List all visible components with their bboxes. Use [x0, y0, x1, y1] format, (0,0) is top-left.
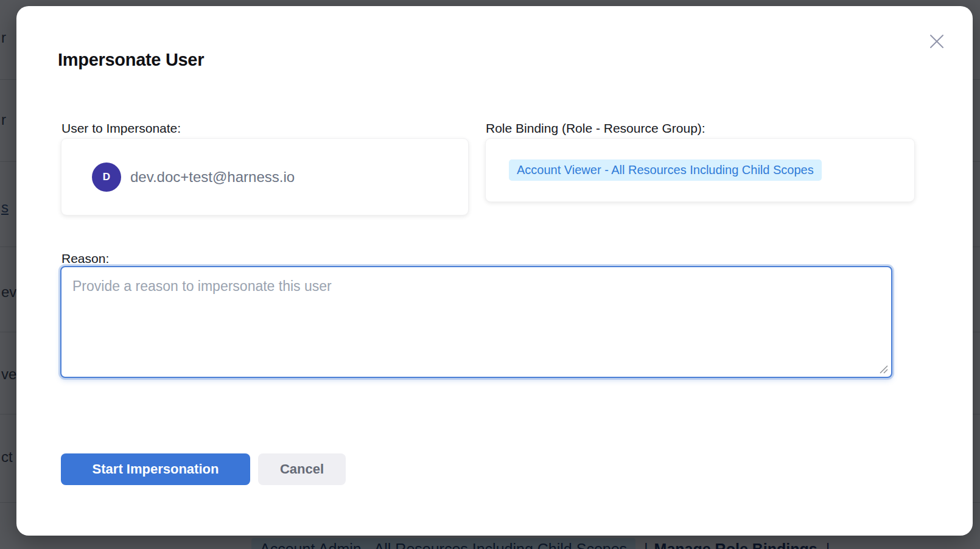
modal-actions: Start Impersonation Cancel: [61, 453, 346, 485]
start-impersonation-button[interactable]: Start Impersonation: [61, 453, 250, 485]
modal-title: Impersonate User: [58, 50, 204, 70]
role-binding-label: Role Binding (Role - Resource Group):: [486, 121, 705, 136]
user-to-impersonate-label: User to Impersonate:: [61, 121, 181, 136]
user-avatar: D: [92, 163, 121, 192]
role-binding-card: Account Viewer - All Resources Including…: [485, 138, 915, 202]
resize-grip-icon: [878, 363, 889, 374]
close-button[interactable]: [925, 29, 949, 54]
role-binding-chip: Account Viewer - All Resources Including…: [509, 159, 822, 181]
impersonate-user-modal: Impersonate User User to Impersonate: D …: [16, 6, 973, 536]
close-icon: [928, 32, 946, 51]
user-card: D dev.doc+test@harness.io: [61, 138, 469, 215]
reason-input[interactable]: [60, 266, 892, 378]
cancel-button[interactable]: Cancel: [258, 453, 346, 485]
screen: r r s ev ve ct Account Admin - All Resou…: [0, 0, 980, 549]
reason-field-wrapper: [60, 266, 892, 378]
resize-handle[interactable]: [878, 363, 889, 374]
reason-label: Reason:: [61, 251, 109, 266]
user-email: dev.doc+test@harness.io: [130, 169, 295, 186]
